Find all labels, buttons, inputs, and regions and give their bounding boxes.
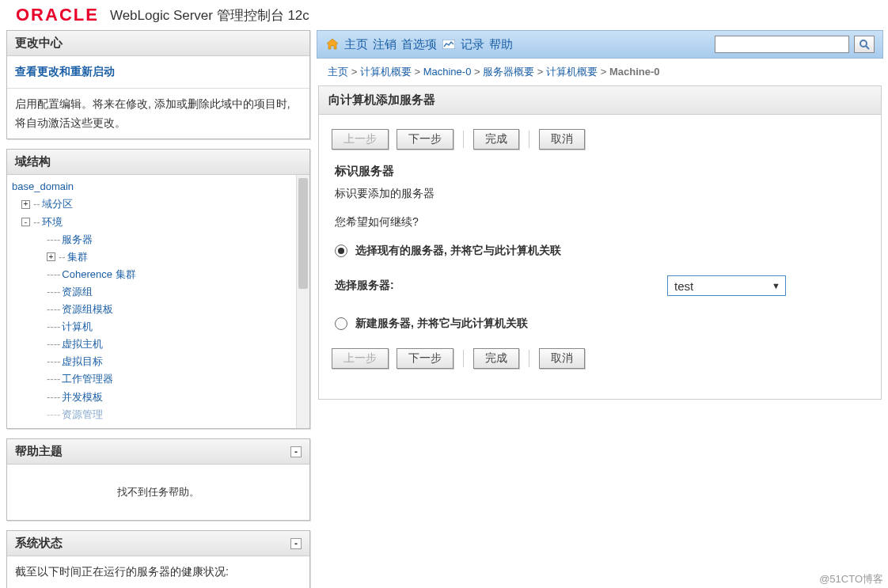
tree-scrollbar-thumb[interactable] bbox=[298, 178, 308, 289]
expand-icon[interactable]: + bbox=[21, 200, 30, 209]
breadcrumb: 主页 > 计算机概要 > Machine-0 > 服务器概要 > 计算机概要 >… bbox=[317, 59, 883, 85]
select-server-value: test bbox=[674, 279, 693, 293]
section-desc: 标识要添加的服务器 bbox=[335, 187, 868, 201]
section-heading: 标识服务器 bbox=[335, 164, 868, 179]
domain-structure-panel: 域结构 base_domain +--域分区 ---环境 ----服务器 +--… bbox=[6, 149, 310, 429]
button-separator bbox=[463, 350, 464, 367]
system-status-panel: 系统状态 - 截至以下时间正在运行的服务器的健康状况: bbox=[6, 530, 310, 588]
wizard-buttons-bottom: 上一步 下一步 完成 取消 bbox=[332, 348, 868, 369]
system-status-title: 系统状态 bbox=[15, 536, 63, 551]
nav-logout[interactable]: 注销 bbox=[373, 37, 397, 52]
search-icon bbox=[859, 39, 870, 50]
home-icon bbox=[325, 38, 340, 51]
watermark: @51CTO博客 bbox=[819, 572, 883, 586]
nav-preferences[interactable]: 首选项 bbox=[401, 37, 437, 52]
domain-structure-title: 域结构 bbox=[15, 154, 51, 169]
search-button[interactable] bbox=[854, 36, 875, 53]
tree-item-work-managers[interactable]: ----工作管理器 bbox=[12, 370, 305, 388]
bc-machine-0[interactable]: Machine-0 bbox=[423, 66, 472, 78]
tree-item-servers[interactable]: ----服务器 bbox=[12, 231, 305, 248]
next-button[interactable]: 下一步 bbox=[397, 348, 453, 369]
tree-item-environment[interactable]: ---环境 bbox=[12, 214, 305, 231]
tree-item-resource-group[interactable]: ----资源组 bbox=[12, 283, 305, 301]
minimize-icon[interactable]: - bbox=[290, 446, 302, 457]
domain-tree: base_domain +--域分区 ---环境 ----服务器 +--集群 -… bbox=[7, 175, 309, 426]
tree-item-resource-template[interactable]: ----资源组模板 bbox=[12, 301, 305, 318]
bc-server-summary[interactable]: 服务器概要 bbox=[483, 66, 534, 78]
search-input[interactable] bbox=[715, 36, 849, 53]
bc-machine-summary-2[interactable]: 计算机概要 bbox=[546, 66, 598, 78]
page-title: WebLogic Server 管理控制台 12c bbox=[110, 6, 309, 25]
change-center-title: 更改中心 bbox=[15, 36, 63, 51]
button-separator bbox=[529, 131, 529, 148]
back-button[interactable]: 上一步 bbox=[332, 129, 389, 150]
button-separator bbox=[463, 131, 464, 148]
chevron-down-icon: ▼ bbox=[772, 281, 780, 290]
tree-item-clusters[interactable]: +--集群 bbox=[12, 248, 305, 266]
tree-root[interactable]: base_domain bbox=[12, 178, 305, 195]
app-header: ORACLE WebLogic Server 管理控制台 12c bbox=[0, 0, 888, 30]
help-topics-panel: 帮助主题 - 找不到任务帮助。 bbox=[6, 438, 310, 521]
record-icon bbox=[442, 38, 456, 51]
system-status-body: 截至以下时间正在运行的服务器的健康状况: bbox=[7, 556, 309, 588]
wizard-buttons-top: 上一步 下一步 完成 取消 bbox=[332, 129, 868, 150]
button-separator bbox=[529, 350, 529, 367]
bc-home[interactable]: 主页 bbox=[328, 66, 348, 78]
collapse-icon[interactable]: - bbox=[21, 218, 30, 226]
bc-current: Machine-0 bbox=[609, 66, 660, 78]
change-center-header: 更改中心 bbox=[7, 31, 309, 56]
svg-line-2 bbox=[866, 46, 869, 49]
next-button[interactable]: 下一步 bbox=[397, 129, 453, 150]
change-center-panel: 更改中心 查看更改和重新启动 启用配置编辑。将来在修改, 添加或删除此域中的项目… bbox=[6, 30, 310, 139]
radio-existing-server[interactable] bbox=[335, 245, 347, 257]
select-server-label: 选择服务器: bbox=[335, 279, 667, 293]
nav-home[interactable]: 主页 bbox=[344, 37, 368, 52]
content-title: 向计算机添加服务器 bbox=[319, 86, 881, 115]
minimize-icon[interactable]: - bbox=[290, 538, 302, 549]
content-panel: 向计算机添加服务器 上一步 下一步 完成 取消 标识服务器 标识要添加的服务器 … bbox=[318, 85, 882, 400]
finish-button[interactable]: 完成 bbox=[473, 129, 519, 150]
tree-item-concurrency-template[interactable]: ----并发模板 bbox=[12, 389, 305, 406]
expand-icon[interactable]: + bbox=[47, 252, 55, 261]
select-server-dropdown[interactable]: test ▼ bbox=[667, 275, 786, 296]
domain-structure-header: 域结构 bbox=[7, 150, 309, 175]
tree-item-domain-partition[interactable]: +--域分区 bbox=[12, 195, 305, 213]
back-button[interactable]: 上一步 bbox=[332, 348, 389, 369]
nav-help[interactable]: 帮助 bbox=[489, 37, 513, 52]
radio-new-label: 新建服务器, 并将它与此计算机关联 bbox=[355, 317, 528, 331]
svg-point-1 bbox=[860, 40, 867, 47]
finish-button[interactable]: 完成 bbox=[473, 348, 519, 369]
tree-scrollbar[interactable] bbox=[296, 175, 309, 428]
section-prompt: 您希望如何继续? bbox=[335, 215, 868, 230]
radio-existing-label: 选择现有的服务器, 并将它与此计算机关联 bbox=[355, 244, 561, 258]
help-topics-empty: 找不到任务帮助。 bbox=[7, 465, 309, 520]
change-center-desc: 启用配置编辑。将来在修改, 添加或删除此域中的项目时, 将自动激活这些更改。 bbox=[15, 97, 290, 129]
help-topics-title: 帮助主题 bbox=[15, 444, 63, 459]
tree-item-virtual-targets[interactable]: ----虚拟目标 bbox=[12, 353, 305, 370]
tree-item-virtual-hosts[interactable]: ----虚拟主机 bbox=[12, 336, 305, 353]
cancel-button[interactable]: 取消 bbox=[539, 348, 585, 369]
tree-item-coherence[interactable]: ----Coherence 集群 bbox=[12, 266, 305, 283]
radio-new-server[interactable] bbox=[335, 317, 347, 330]
bc-machine-summary-1[interactable]: 计算机概要 bbox=[360, 66, 412, 78]
tree-item-resource-mgmt[interactable]: ----资源管理 bbox=[12, 406, 305, 423]
view-changes-link[interactable]: 查看更改和重新启动 bbox=[15, 63, 302, 82]
oracle-logo: ORACLE bbox=[16, 5, 99, 25]
tree-item-machines[interactable]: ----计算机 bbox=[12, 318, 305, 336]
cancel-button[interactable]: 取消 bbox=[539, 129, 585, 150]
top-nav-bar: 主页 注销 首选项 记录 帮助 bbox=[317, 30, 883, 59]
nav-record[interactable]: 记录 bbox=[461, 37, 484, 52]
